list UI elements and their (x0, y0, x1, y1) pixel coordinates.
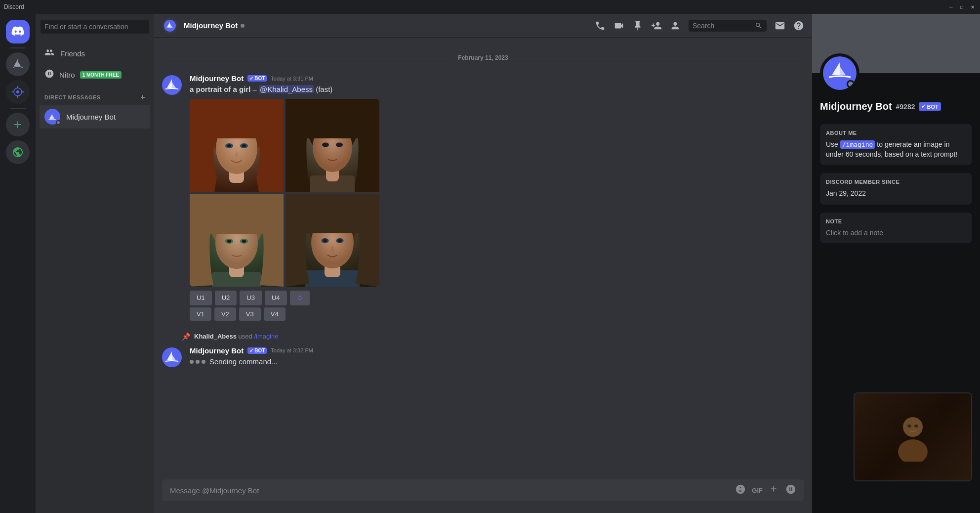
server-divider (10, 47, 26, 48)
system-action: used (239, 333, 254, 340)
voice-call-btn[interactable] (595, 20, 606, 31)
maximize-btn[interactable]: □ (958, 3, 965, 10)
svg-point-35 (242, 240, 246, 243)
emoji-picker-btn[interactable] (735, 484, 746, 497)
server-icon-add[interactable]: + (6, 113, 30, 136)
dm-search-input[interactable] (41, 20, 149, 34)
svg-point-43 (324, 239, 327, 242)
app-launcher-btn[interactable] (785, 484, 796, 497)
v1-btn[interactable]: V1 (190, 307, 211, 321)
system-user: Khalid_Abess (194, 333, 237, 340)
u2-btn[interactable]: U2 (215, 291, 237, 305)
svg-point-26 (336, 142, 343, 147)
webcam-video (855, 393, 971, 480)
minimize-btn[interactable]: ─ (947, 3, 954, 10)
user-panel-avatar (820, 53, 859, 93)
date-divider: February 11, 2023 (154, 49, 812, 66)
friends-icon (44, 47, 54, 60)
about-me-text: Use /imagine to generate an image in und… (826, 140, 966, 159)
add-friend-btn[interactable] (651, 20, 662, 31)
svg-point-49 (907, 425, 911, 428)
u4-btn[interactable]: U4 (265, 291, 287, 305)
refresh-btn[interactable] (290, 291, 310, 305)
system-message: 📌 Khalid_Abess used /imagine (154, 331, 812, 342)
svg-point-19 (242, 144, 246, 147)
help-btn[interactable] (793, 20, 804, 31)
video-call-btn[interactable] (613, 20, 624, 31)
message-input[interactable] (170, 481, 729, 500)
dm-search-box[interactable] (36, 14, 154, 40)
date-line-right (512, 58, 804, 58)
date-label: February 11, 2023 (458, 54, 508, 61)
msg1-header: Midjourney Bot ✓ BOT Today at 3:31 PM (190, 74, 804, 83)
msg1-time: Today at 3:31 PM (271, 76, 313, 82)
server-icon-home[interactable] (6, 20, 30, 43)
message-sending: Midjourney Bot ✓ BOT Today at 3:32 PM (154, 342, 812, 371)
dm-item-midjourney[interactable]: Midjourney Bot (40, 105, 150, 128)
inbox-btn[interactable] (775, 20, 785, 31)
user-panel-status (847, 80, 855, 88)
action-buttons-row1: U1 U2 U3 U4 (190, 291, 804, 305)
msg1-author: Midjourney Bot (190, 74, 244, 83)
server-icon-guild1[interactable] (6, 52, 30, 76)
portrait-image-2[interactable] (286, 99, 379, 192)
msg3-time: Today at 3:32 PM (271, 347, 313, 353)
u3-btn[interactable]: U3 (240, 291, 262, 305)
chat-search-input[interactable] (693, 22, 752, 30)
note-section: NOTE (820, 213, 972, 243)
msg1-mention: @Khalid_Abess (259, 85, 314, 93)
message-input-box: GIF (162, 479, 804, 501)
dot-1 (190, 360, 194, 364)
msg1-dash: – (253, 85, 259, 93)
chat-header-name: Midjourney Bot (184, 21, 238, 30)
dm-nav: Friends Nitro 1 MONTH FREE (36, 40, 154, 85)
nav-item-friends[interactable]: Friends (40, 43, 150, 64)
midjourney-status (56, 120, 61, 125)
chat-search-box[interactable] (689, 20, 767, 32)
midjourney-name: Midjourney Bot (66, 113, 116, 121)
dm-list: Midjourney Bot (36, 104, 154, 129)
user-panel-display-name: Midjourney Bot (820, 101, 892, 112)
portrait-image-1[interactable] (190, 99, 284, 192)
msg1-text: a portrait of a girl – @Khalid_Abess (fa… (190, 85, 804, 95)
close-btn[interactable]: ✕ (969, 3, 976, 10)
chat-header-actions (595, 20, 804, 32)
pin-btn[interactable] (632, 20, 643, 31)
v3-btn[interactable]: V3 (239, 307, 261, 321)
system-text: Khalid_Abess used /imagine (194, 333, 279, 340)
search-icon (755, 22, 763, 30)
msg3-bot-badge: ✓ BOT (247, 347, 267, 354)
window-controls[interactable]: ─ □ ✕ (947, 3, 976, 10)
hide-profile-btn[interactable] (670, 20, 681, 31)
svg-point-48 (898, 439, 928, 462)
portrait-image-4[interactable] (286, 194, 379, 287)
nav-item-nitro[interactable]: Nitro 1 MONTH FREE (40, 65, 150, 85)
command-link[interactable]: /imagine (254, 333, 278, 340)
gif-btn[interactable]: GIF (752, 487, 763, 494)
member-since-section: DISCORD MEMBER SINCE Jan 29, 2022 (820, 173, 972, 205)
server-icon-explore[interactable] (6, 140, 30, 164)
v4-btn[interactable]: V4 (264, 307, 286, 321)
v2-btn[interactable]: V2 (214, 307, 236, 321)
dm-section-label: DIRECT MESSAGES (44, 94, 101, 100)
dm-section-header: DIRECT MESSAGES + (36, 85, 154, 104)
svg-point-47 (903, 417, 923, 437)
u1-btn[interactable]: U1 (190, 291, 212, 305)
portrait-image-3[interactable] (190, 194, 284, 287)
server-icon-guild2[interactable] (6, 80, 30, 104)
note-input[interactable] (826, 229, 966, 237)
app-title: Discord (4, 3, 24, 10)
about-me-text-before: Use (826, 140, 840, 148)
svg-point-18 (227, 144, 231, 147)
user-panel-bot-badge: ✓ BOT (919, 102, 940, 111)
msg1-bot-badge: ✓ BOT (247, 75, 267, 82)
msg3-avatar (162, 347, 182, 367)
svg-point-34 (227, 240, 231, 243)
add-dm-button[interactable]: + (140, 93, 145, 102)
user-panel-name-row: Midjourney Bot #9282 ✓ BOT (820, 101, 972, 112)
dm-sidebar: Friends Nitro 1 MONTH FREE DIRECT MESSAG… (36, 14, 154, 513)
date-line-left (162, 58, 454, 58)
sending-text: Sending command... (209, 357, 278, 367)
attachment-btn[interactable] (769, 484, 779, 497)
svg-point-50 (914, 425, 918, 428)
